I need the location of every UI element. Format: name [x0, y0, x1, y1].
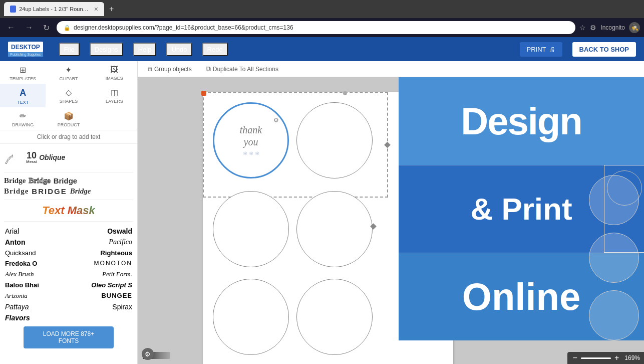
circle-label-3[interactable] — [213, 191, 289, 267]
product-label: PRODUCT — [58, 122, 80, 127]
tool-shapes[interactable]: ◇ SHAPES — [46, 84, 91, 107]
font-righteous: Righteous — [100, 249, 132, 257]
promo-print-text: & Print — [470, 191, 572, 227]
reload-btn[interactable]: ↻ — [40, 21, 53, 35]
decorative-row-1: curved 10 Messi Oblique — [4, 147, 133, 172]
templates-label: TEMPLATES — [10, 76, 36, 81]
drag-handle[interactable] — [370, 223, 377, 230]
font-entry-3[interactable]: Fredoka O MONOTON — [4, 259, 133, 268]
app: DESKTOP Publishing Supplies File Designs… — [0, 37, 644, 364]
font-bungee: BUNGEE — [101, 292, 132, 300]
bookmark-icon[interactable]: ☆ — [579, 24, 586, 32]
images-label: IMAGES — [106, 76, 123, 81]
right-circle-1 — [589, 175, 639, 225]
font-monoton: MONOTON — [94, 260, 132, 267]
canvas-scroll[interactable]: thankyou ❄ ❄ ❄ ⚙ — [138, 77, 644, 364]
font-entry-5[interactable]: Baloo Bhai Oleo Script S — [4, 281, 133, 289]
selection-handle-red[interactable] — [201, 91, 206, 96]
address-bar-row: ← → ↻ 🔒 designer.desktopsupplies.com/?pa… — [0, 18, 644, 37]
settings-area: ⚙ — [142, 348, 154, 360]
font-alexbrush: Alex Brush — [5, 270, 34, 278]
snowflake-3: ❄ — [255, 150, 259, 157]
zoom-out-btn[interactable]: − — [571, 353, 579, 362]
text-mask-preview[interactable]: Text Mask — [4, 204, 133, 222]
circle-label-6[interactable] — [296, 279, 373, 355]
font-arial: Arial — [5, 227, 19, 235]
thank-you-content: thankyou ❄ ❄ ❄ — [240, 124, 262, 157]
curved-text-preview[interactable]: curved — [4, 147, 24, 168]
file-menu[interactable]: File — [59, 43, 80, 56]
right-circle-3 — [589, 290, 639, 340]
circle-label-2[interactable] — [296, 102, 373, 178]
zoom-slider[interactable] — [581, 357, 611, 359]
settings-icon: ⚙ — [145, 350, 151, 358]
bridge-thin[interactable]: Bridge — [4, 187, 29, 196]
sidebar: ⊞ TEMPLATES ✦ CLIPART 🖼 IMAGES A TEXT ◇ — [0, 61, 138, 364]
logo: DESKTOP Publishing Supplies — [8, 42, 43, 57]
font-oleo: Oleo Script S — [91, 281, 132, 289]
bridge-caps[interactable]: BRIDGE — [32, 187, 67, 196]
group-objects-btn[interactable]: ⧈ Group objects — [144, 63, 196, 75]
circle-label-4[interactable] — [296, 191, 373, 267]
help-menu[interactable]: Help — [133, 43, 157, 56]
settings-btn[interactable]: ⚙ — [142, 348, 154, 360]
circle-label-active[interactable]: thankyou ❄ ❄ ❄ ⚙ — [213, 102, 289, 178]
tool-images[interactable]: 🖼 IMAGES — [92, 61, 137, 84]
tool-drawing[interactable]: ✏ DRAWING — [0, 107, 46, 130]
selection-handle-right[interactable] — [384, 142, 391, 148]
font-entry-4[interactable]: Alex Brush Petit Form. — [4, 270, 133, 279]
forward-nav-btn[interactable]: → — [22, 21, 36, 34]
tool-text[interactable]: A TEXT — [0, 84, 46, 107]
text-mask-label: Text Mask — [42, 204, 95, 217]
tool-clipart[interactable]: ✦ CLIPART — [46, 61, 91, 84]
font-entry-8[interactable]: Flavors — [4, 313, 133, 322]
bridge-bold[interactable]: Bridge — [54, 176, 78, 185]
back-nav-btn[interactable]: ← — [4, 21, 18, 34]
snowflake-1: ❄ — [243, 150, 247, 157]
bridge-outline[interactable]: Bridge — [29, 176, 50, 185]
selection-handle-top[interactable] — [343, 91, 347, 95]
zoom-level: 169% — [624, 354, 640, 361]
url-text: designer.desktopsupplies.com/?page_id=16… — [74, 24, 293, 31]
redo-btn[interactable]: Redo — [202, 43, 228, 56]
back-to-shop-button[interactable]: BACK TO SHOP — [572, 42, 636, 57]
tab-title: 24up Labels - 1 2/3" Round | De... — [19, 6, 91, 12]
add-text-hint: Click or drag to add text — [0, 130, 137, 144]
circle-label-5[interactable] — [213, 279, 289, 355]
new-tab-btn[interactable]: + — [109, 5, 114, 14]
tool-product[interactable]: 📦 PRODUCT — [46, 107, 91, 130]
tool-layers[interactable]: ◫ LAYERS — [92, 84, 137, 107]
font-entry-2[interactable]: Quicksand Righteous — [4, 249, 133, 257]
duplicate-btn[interactable]: ⧉ Duplicate To All Sections — [202, 63, 282, 75]
incognito-label: Incognito — [600, 24, 625, 31]
number-style-preview[interactable]: 10 Messi — [26, 151, 37, 164]
tool-templates[interactable]: ⊞ TEMPLATES — [0, 61, 46, 84]
incognito-icon: 🕵 — [629, 22, 640, 33]
font-entry-1[interactable]: Anton Pacifico — [4, 238, 133, 247]
canvas-area: thankyou ❄ ❄ ❄ ⚙ — [138, 77, 644, 364]
bridge-serif[interactable]: Bridge — [4, 176, 26, 185]
font-list: curved 10 Messi Oblique Bridge — [0, 144, 137, 364]
designs-menu[interactable]: Designs — [90, 43, 123, 56]
lock-icon: 🔒 — [64, 25, 71, 31]
circle-row-3 — [213, 279, 373, 355]
address-bar[interactable]: 🔒 designer.desktopsupplies.com/?page_id=… — [57, 21, 575, 34]
toolbar: ⧈ Group objects ⧉ Duplicate To All Secti… — [138, 61, 644, 77]
extensions-icon[interactable]: ⚙ — [590, 24, 596, 32]
bridge-italic[interactable]: Bridge — [70, 187, 91, 196]
browser-tab[interactable]: 24up Labels - 1 2/3" Round | De... × — [4, 2, 104, 16]
font-entry-0[interactable]: Arial Oswald — [4, 227, 133, 236]
gear-icon-circle[interactable]: ⚙ — [273, 117, 279, 124]
font-petitformal: Petit Form. — [102, 270, 132, 278]
oblique-text-preview[interactable]: Oblique — [39, 153, 65, 161]
right-circles-col — [584, 170, 644, 345]
zoom-in-btn[interactable]: + — [613, 353, 620, 362]
layers-label: LAYERS — [106, 99, 123, 104]
font-entry-7[interactable]: Pattaya Spirax — [4, 302, 133, 311]
font-arizonia: Arizonia — [5, 292, 28, 300]
undo-btn[interactable]: Undo — [166, 43, 192, 56]
font-entry-6[interactable]: Arizonia BUNGEE — [4, 291, 133, 300]
print-button[interactable]: PRINT 🖨 — [520, 42, 562, 57]
load-more-fonts-btn[interactable]: LOAD MORE 878+ FONTS — [24, 326, 114, 348]
tab-close-btn[interactable]: × — [94, 5, 98, 13]
